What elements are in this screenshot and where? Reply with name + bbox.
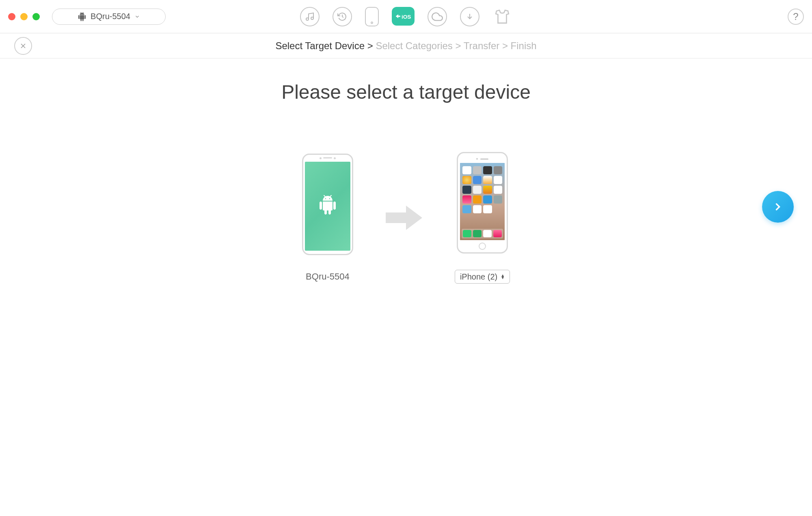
chevron-right-icon [772,201,784,212]
source-device-column: BQru-5504 [302,154,353,282]
transfer-arrow-icon [386,204,422,232]
page-heading: Please select a target device [0,81,812,103]
cloud-tab[interactable] [428,7,447,26]
main-content: Please select a target device BQru-5504 [0,59,812,284]
breadcrumb-step-2: Select Categories [376,40,452,51]
ios-icon: iOS [395,11,411,22]
themes-tab[interactable] [492,7,512,26]
help-button[interactable]: ? [788,9,804,25]
svg-point-1 [311,17,313,20]
svg-text:iOS: iOS [402,13,411,20]
nav-icons: iOS [300,7,512,26]
cloud-icon [432,11,443,22]
shirt-icon [494,8,511,25]
help-label: ? [793,11,798,22]
toolbar: BQru-5504 iOS [0,0,812,33]
source-device-name: BQru-5504 [91,12,130,21]
android-phone-graphic [302,154,353,255]
android-icon [78,12,86,21]
move-to-ios-tab[interactable]: iOS [392,7,415,26]
target-device-select[interactable]: iPhone (2) ▲▼ [455,270,510,284]
android-robot-icon [317,195,338,218]
history-tab[interactable] [333,7,352,26]
close-button[interactable] [14,37,32,55]
svg-point-0 [306,18,309,20]
download-icon [465,12,475,22]
close-window-button[interactable] [8,13,15,20]
next-button[interactable] [762,191,794,223]
breadcrumb: Select Target Device > Select Categories… [275,40,536,52]
music-icon [305,12,315,22]
minimize-window-button[interactable] [20,13,28,20]
source-device-label: BQru-5504 [306,271,350,282]
svg-point-2 [371,22,373,24]
chevron-down-icon [134,14,140,20]
window-controls [8,13,40,20]
close-icon [19,42,27,50]
breadcrumb-step-3: Transfer [464,40,499,51]
target-device-selected: iPhone (2) [460,272,497,282]
music-tab[interactable] [300,7,320,26]
download-tab[interactable] [460,7,479,26]
breadcrumb-step-4: Finish [511,40,537,51]
source-device-dropdown[interactable]: BQru-5504 [52,9,166,25]
phone-home-dot-icon [371,22,373,24]
maximize-window-button[interactable] [32,13,40,20]
breadcrumb-bar: Select Target Device > Select Categories… [0,33,812,59]
updown-icon: ▲▼ [501,274,505,279]
phone-tab[interactable] [365,7,379,26]
breadcrumb-step-1: Select Target Device [275,40,365,51]
history-icon [337,12,347,22]
devices-row: BQru-5504 [0,152,812,284]
target-device-column: iPhone (2) ▲▼ [455,152,510,284]
iphone-graphic [457,152,508,254]
